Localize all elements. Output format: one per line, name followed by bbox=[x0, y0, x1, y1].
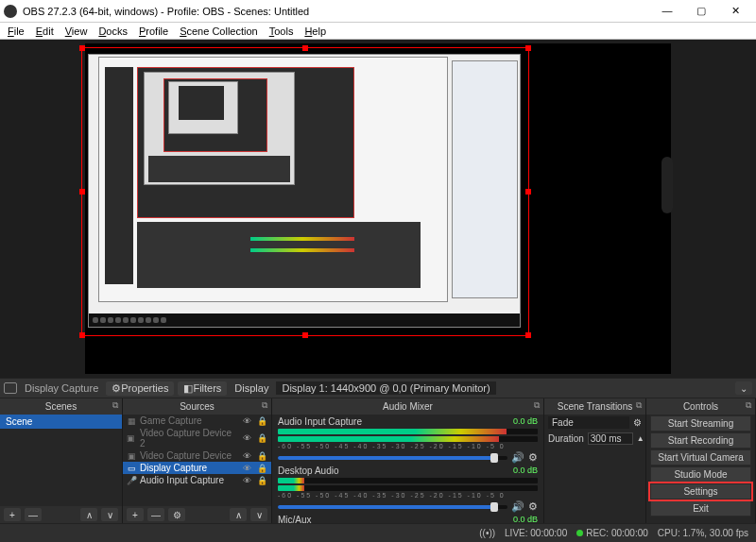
start-streaming-button[interactable]: Start Streaming bbox=[650, 415, 751, 432]
source-up-button[interactable]: ∧ bbox=[230, 508, 247, 521]
menu-tools[interactable]: Tools bbox=[264, 25, 300, 37]
filters-button[interactable]: ◧Filters bbox=[178, 381, 227, 396]
resize-handle[interactable] bbox=[79, 45, 85, 51]
mixer-track-audio-input: Audio Input Capture0.0 dB -60 -55 -50 -4… bbox=[272, 415, 543, 464]
context-collapse-button[interactable]: ⌄ bbox=[735, 381, 752, 395]
preview-canvas[interactable] bbox=[85, 43, 671, 374]
menu-scene-collection[interactable]: Scene Collection bbox=[174, 25, 264, 37]
scene-down-button[interactable]: ∨ bbox=[101, 508, 118, 521]
visibility-toggle[interactable]: 👁 bbox=[243, 476, 251, 485]
track-settings-button[interactable]: ⚙ bbox=[528, 500, 538, 513]
remove-source-button[interactable]: — bbox=[147, 508, 164, 521]
source-item-game-capture[interactable]: ▦Game Capture👁🔒 bbox=[123, 415, 271, 427]
start-recording-button[interactable]: Start Recording bbox=[650, 432, 751, 449]
dock-popout-icon[interactable]: ⧉ bbox=[262, 400, 267, 411]
nested-preview bbox=[137, 67, 354, 218]
nested-meter bbox=[250, 248, 354, 252]
meter-ticks: -60 -55 -50 -45 -40 -35 -30 -25 -20 -15 … bbox=[278, 492, 538, 499]
lock-toggle[interactable]: 🔒 bbox=[257, 416, 267, 426]
display-label: Display bbox=[231, 382, 272, 394]
resize-handle[interactable] bbox=[302, 332, 308, 338]
scenes-title: Scenes bbox=[45, 401, 77, 412]
track-db: 0.0 dB bbox=[513, 416, 538, 427]
filters-icon: ◧ bbox=[183, 382, 193, 394]
settings-button[interactable]: Settings bbox=[650, 483, 751, 500]
visibility-toggle[interactable]: 👁 bbox=[243, 464, 251, 473]
mic-icon: 🎤 bbox=[127, 476, 136, 485]
menu-profile[interactable]: Profile bbox=[133, 25, 174, 37]
menu-view[interactable]: View bbox=[60, 25, 94, 37]
transitions-title: Scene Transitions bbox=[558, 401, 633, 412]
volume-slider[interactable] bbox=[278, 456, 507, 460]
visibility-toggle[interactable]: 👁 bbox=[243, 416, 251, 426]
camera-icon: ▣ bbox=[127, 433, 136, 443]
controls-title: Controls bbox=[683, 401, 718, 412]
lock-toggle[interactable]: 🔒 bbox=[257, 451, 267, 461]
add-scene-button[interactable]: + bbox=[4, 508, 21, 521]
dock-popout-icon[interactable]: ⧉ bbox=[112, 400, 118, 411]
menu-help[interactable]: Help bbox=[299, 25, 332, 37]
maximize-button[interactable]: ▢ bbox=[690, 5, 713, 17]
resize-handle[interactable] bbox=[79, 189, 85, 195]
slider-knob[interactable] bbox=[490, 453, 498, 463]
add-source-button[interactable]: + bbox=[127, 508, 144, 521]
transition-settings-button[interactable]: ⚙ bbox=[633, 417, 642, 428]
resize-handle[interactable] bbox=[302, 45, 308, 51]
resize-handle[interactable] bbox=[525, 189, 531, 195]
scene-item[interactable]: Scene bbox=[0, 415, 122, 429]
exit-button[interactable]: Exit bbox=[650, 500, 751, 517]
source-item-audio-input[interactable]: 🎤Audio Input Capture👁🔒 bbox=[123, 474, 271, 486]
transitions-dock: Scene Transitions ⧉ Fade ⚙ Duration ▲▼ bbox=[544, 398, 646, 523]
dock-popout-icon[interactable]: ⧉ bbox=[636, 400, 642, 411]
source-properties-button[interactable]: ⚙ bbox=[168, 508, 185, 521]
lock-toggle[interactable]: 🔒 bbox=[257, 476, 267, 485]
display-icon: ▭ bbox=[127, 464, 136, 473]
studio-mode-button[interactable]: Studio Mode bbox=[650, 466, 751, 483]
controls-header: Controls ⧉ bbox=[646, 398, 755, 415]
properties-button[interactable]: ⚙Properties bbox=[106, 381, 174, 396]
resize-handle[interactable] bbox=[79, 332, 85, 338]
scene-up-button[interactable]: ∧ bbox=[80, 508, 97, 521]
lock-toggle[interactable]: 🔒 bbox=[257, 433, 267, 443]
track-settings-button[interactable]: ⚙ bbox=[528, 451, 538, 464]
source-selection-outline[interactable] bbox=[81, 47, 529, 336]
rec-timer: REC: 00:00:00 bbox=[586, 528, 648, 538]
visibility-toggle[interactable]: 👁 bbox=[243, 433, 251, 443]
resize-handle[interactable] bbox=[525, 45, 531, 51]
source-item-display-capture[interactable]: ▭Display Capture👁🔒 bbox=[123, 462, 271, 474]
volume-slider[interactable] bbox=[278, 505, 507, 509]
dock-popout-icon[interactable]: ⧉ bbox=[534, 400, 540, 411]
remove-scene-button[interactable]: — bbox=[25, 508, 42, 521]
menu-bar: File Edit View Docks Profile Scene Colle… bbox=[0, 23, 756, 40]
close-button[interactable]: ✕ bbox=[724, 5, 747, 17]
start-virtual-camera-button[interactable]: Start Virtual Camera bbox=[650, 449, 751, 466]
lock-toggle[interactable]: 🔒 bbox=[257, 464, 267, 473]
mute-button[interactable]: 🔊 bbox=[511, 500, 524, 513]
nested-docks bbox=[137, 222, 421, 288]
mixer-track-desktop-audio: Desktop Audio0.0 dB -60 -55 -50 -45 -40 … bbox=[272, 464, 543, 513]
scenes-list[interactable]: Scene bbox=[0, 415, 122, 506]
display-select[interactable]: Display 1: 1440x900 @ 0,0 (Primary Monit… bbox=[276, 381, 495, 395]
audio-meter bbox=[278, 429, 538, 434]
resize-handle[interactable] bbox=[525, 332, 531, 338]
status-bar: ((•)) LIVE: 00:00:00 REC: 00:00:00 CPU: … bbox=[0, 523, 756, 542]
menu-docks[interactable]: Docks bbox=[93, 25, 133, 37]
app-icon bbox=[4, 5, 17, 18]
rec-indicator-icon bbox=[576, 530, 583, 536]
menu-file[interactable]: File bbox=[2, 25, 30, 37]
source-item-video-capture-2[interactable]: ▣Video Capture Device 2👁🔒 bbox=[123, 427, 271, 449]
minimize-button[interactable]: — bbox=[656, 5, 679, 17]
transition-select[interactable]: Fade bbox=[548, 416, 629, 429]
slider-knob[interactable] bbox=[490, 502, 498, 512]
duration-input[interactable] bbox=[588, 432, 633, 445]
preview-area[interactable] bbox=[0, 40, 756, 378]
menu-edit[interactable]: Edit bbox=[30, 25, 60, 37]
sources-list[interactable]: ▦Game Capture👁🔒 ▣Video Capture Device 2👁… bbox=[123, 415, 271, 506]
source-item-video-capture[interactable]: ▣Video Capture Device👁🔒 bbox=[123, 449, 271, 462]
dock-popout-icon[interactable]: ⧉ bbox=[746, 400, 751, 411]
visibility-toggle[interactable]: 👁 bbox=[243, 451, 251, 461]
mute-button[interactable]: 🔊 bbox=[511, 451, 524, 464]
preview-side-toolbar[interactable] bbox=[662, 157, 673, 213]
source-down-button[interactable]: ∨ bbox=[250, 508, 267, 521]
duration-stepper[interactable]: ▲▼ bbox=[637, 434, 645, 443]
